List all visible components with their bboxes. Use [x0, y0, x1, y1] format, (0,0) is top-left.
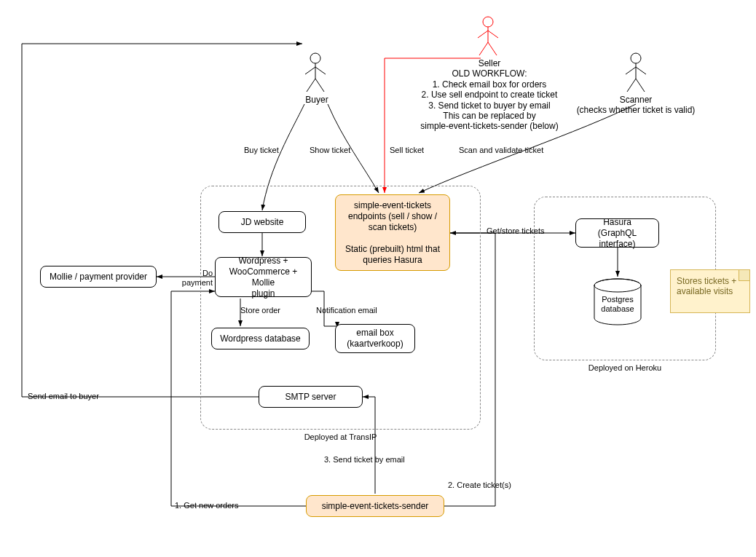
seller-workflow-2: 2. Use sell endpoint to create ticket [417, 90, 562, 100]
edge-label-scan-validate: Scan and validate ticket [459, 146, 543, 155]
svg-line-11 [488, 42, 497, 55]
actor-scanner-icon [623, 52, 649, 93]
edge-label-get-new-orders: 1. Get new orders [175, 501, 238, 510]
box-hasura: Hasura (GraphQL interface) [575, 218, 659, 248]
svg-line-9 [488, 31, 498, 38]
group-heroku-label: Deployed on Heroku [534, 363, 716, 373]
edge-label-create-tickets: 2. Create ticket(s) [448, 481, 511, 490]
scanner-name: Scanner [570, 95, 701, 105]
box-wp-db: Wordpress database [211, 328, 310, 349]
svg-line-16 [627, 79, 636, 92]
architecture-diagram: Deployed at TransIP Deployed on Heroku B… [0, 0, 756, 557]
box-wordpress-stack: Wordpress + WooCommerce + Mollie plugin [215, 257, 312, 297]
seller-name: Seller [417, 58, 562, 68]
svg-point-0 [310, 53, 320, 63]
actor-seller-icon [475, 16, 501, 57]
box-set-endpoints: simple-event-tickets endpoints (sell / s… [335, 194, 450, 271]
svg-line-5 [315, 79, 324, 92]
actor-seller-label: Seller OLD WORKFLOW: 1. Check email box … [417, 58, 562, 132]
edge-label-get-store-tickets: Get/store tickets [487, 226, 544, 236]
box-jd-website: JD website [218, 211, 306, 233]
actor-buyer-label: Buyer [288, 95, 346, 105]
svg-point-12 [631, 53, 641, 63]
edge-label-store-order: Store order [240, 306, 280, 315]
svg-line-10 [479, 42, 488, 55]
svg-line-15 [636, 67, 646, 74]
seller-workflow-note-1: This can be replaced by [417, 111, 562, 121]
svg-line-2 [305, 67, 315, 74]
seller-workflow-note-2: simple-event-tickets-sender (below) [417, 121, 562, 131]
edge-label-do-payment: Do payment [173, 269, 213, 288]
seller-workflow-1: 1. Check email box for orders [417, 79, 562, 90]
svg-line-4 [307, 79, 315, 92]
edge-label-sell-ticket: Sell ticket [390, 146, 424, 155]
edge-label-notification-email: Notification email [316, 306, 377, 315]
scanner-sub: (checks whether ticket is valid) [570, 105, 701, 115]
edge-label-buy-ticket: Buy ticket [244, 146, 279, 155]
seller-workflow-3: 3. Send ticket to buyer by email [417, 100, 562, 111]
svg-point-6 [483, 17, 493, 27]
svg-line-14 [626, 67, 636, 74]
edge-label-send-email-to-buyer: Send email to buyer [28, 392, 99, 401]
svg-line-3 [315, 67, 326, 74]
box-smtp-server: SMTP server [259, 386, 363, 408]
box-email-box: email box (kaartverkoop) [335, 324, 415, 353]
edge-label-show-ticket: Show ticket [310, 146, 350, 155]
box-set-sender: simple-event-tickets-sender [306, 495, 444, 517]
note-stores-tickets: Stores tickets + available visits [670, 269, 750, 313]
edge-label-send-ticket-email: 3. Send ticket by email [324, 455, 405, 465]
svg-line-8 [478, 31, 488, 38]
cylinder-postgres-label: Postgres database [588, 295, 647, 314]
box-mollie: Mollie / payment provider [40, 266, 157, 288]
group-transip-label: Deployed at TransIP [200, 432, 481, 442]
seller-workflow-header: OLD WORKFLOW: [417, 68, 562, 79]
actor-scanner-label: Scanner (checks whether ticket is valid) [570, 95, 701, 116]
actor-buyer-icon [302, 52, 328, 93]
svg-line-17 [636, 79, 645, 92]
